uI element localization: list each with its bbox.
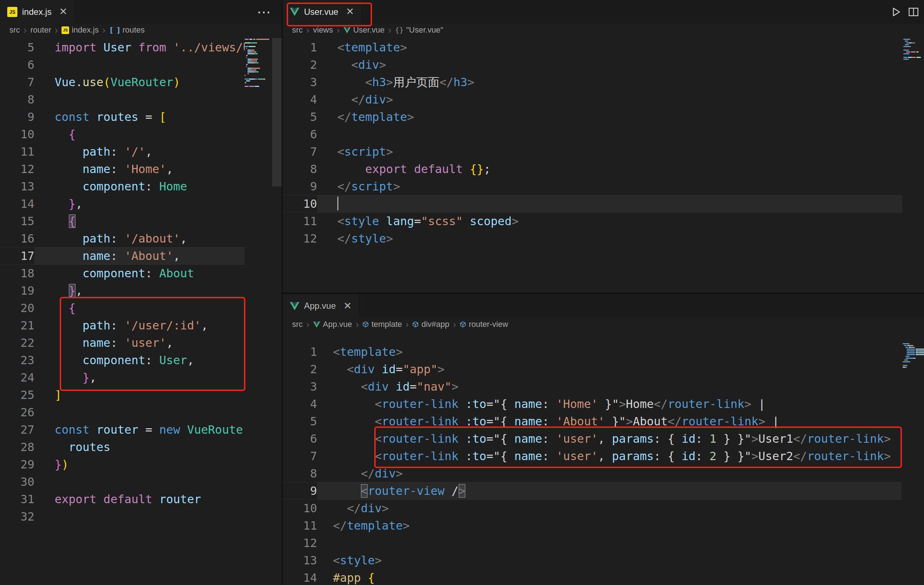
code-line[interactable]: 2 <div id="app"> — [283, 360, 902, 378]
breadcrumb-item[interactable]: src — [292, 25, 303, 35]
breadcrumb-item[interactable]: src — [10, 25, 20, 35]
code-line[interactable]: 32 — [0, 508, 245, 525]
line-number[interactable]: 11 — [0, 143, 35, 160]
code-line[interactable]: 9 <router-view /> — [283, 482, 902, 499]
close-tab-icon[interactable]: ✕ — [346, 7, 354, 17]
line-number[interactable]: 28 — [0, 438, 35, 456]
code-line[interactable]: 14#app { — [283, 569, 902, 585]
line-number[interactable]: 14 — [283, 569, 317, 585]
code-line[interactable]: 7Vue.use(VueRouter) — [0, 73, 245, 91]
code-line[interactable]: 2 <div> — [283, 56, 902, 73]
line-number[interactable]: 17 — [0, 247, 35, 264]
line-number[interactable]: 3 — [283, 73, 317, 91]
breadcrumb-item[interactable]: src — [292, 320, 303, 329]
code-line[interactable]: 3 <div id="nav"> — [283, 378, 902, 395]
line-number[interactable]: 2 — [283, 56, 317, 73]
scrollbar-thumb[interactable] — [272, 38, 282, 187]
line-number[interactable]: 9 — [283, 482, 317, 499]
line-number[interactable]: 5 — [283, 413, 317, 430]
code-line[interactable]: 20 { — [0, 299, 245, 317]
code-line[interactable]: 6 <router-link :to="{ name: 'user', para… — [283, 430, 902, 448]
line-number[interactable]: 12 — [283, 534, 317, 552]
code-line[interactable]: 11<style lang="scss" scoped> — [283, 213, 902, 230]
code-line[interactable]: 3 <h3>用户页面</h3> — [283, 73, 902, 91]
code-line[interactable]: 16 path: '/about', — [0, 230, 245, 247]
code-line[interactable]: 30 — [0, 473, 245, 491]
line-number[interactable]: 11 — [283, 517, 317, 534]
line-number[interactable]: 13 — [0, 178, 35, 195]
breadcrumb-item[interactable]: User.vue — [343, 25, 385, 35]
line-number[interactable]: 10 — [283, 195, 317, 213]
code-line[interactable]: 5 <router-link :to="{ name: 'About' }">A… — [283, 413, 902, 430]
code-line[interactable]: 10 { — [0, 126, 245, 143]
line-number[interactable]: 32 — [0, 508, 35, 525]
code-line[interactable]: 25] — [0, 386, 245, 404]
line-number[interactable]: 7 — [283, 448, 317, 465]
line-number[interactable]: 2 — [283, 360, 317, 378]
code-line[interactable]: 29}) — [0, 456, 245, 473]
code-line[interactable]: 5import User from '../views/User.vue' — [0, 39, 245, 56]
line-number[interactable]: 6 — [283, 126, 317, 143]
code-line[interactable]: 4 </div> — [283, 91, 902, 108]
more-actions-button[interactable]: ⋯ — [257, 0, 271, 23]
code-line[interactable]: 31export default router — [0, 491, 245, 508]
code-line[interactable]: 6 — [0, 56, 245, 73]
code-line[interactable]: 9const routes = [ — [0, 108, 245, 126]
line-number[interactable]: 19 — [0, 282, 35, 299]
line-number[interactable]: 16 — [0, 230, 35, 247]
line-number[interactable]: 15 — [0, 213, 35, 230]
breadcrumb-item[interactable]: App.vue — [313, 320, 352, 329]
code-line[interactable]: 13 component: Home — [0, 178, 245, 195]
line-number[interactable]: 12 — [283, 230, 317, 247]
line-number[interactable]: 10 — [283, 499, 317, 517]
line-number[interactable]: 9 — [0, 108, 35, 126]
breadcrumb-item[interactable]: router — [30, 25, 51, 35]
code-line[interactable]: 7<script> — [283, 143, 902, 160]
code-line[interactable]: 18 component: About — [0, 264, 245, 282]
vertical-scrollbar[interactable] — [272, 36, 282, 585]
minimap[interactable] — [245, 36, 272, 585]
code-line[interactable]: 1<template> — [283, 343, 902, 360]
line-number[interactable]: 5 — [283, 108, 317, 126]
code-line[interactable]: 10 — [283, 195, 902, 213]
code-line[interactable]: 12</style> — [283, 230, 902, 247]
line-number[interactable]: 8 — [0, 91, 35, 108]
code-line[interactable]: 15 { — [0, 213, 245, 230]
breadcrumb-item[interactable]: views — [313, 25, 333, 35]
code-editor-uservue[interactable]: 1<template>2 <div>3 <h3>用户页面</h3>4 </div… — [283, 36, 902, 292]
code-line[interactable]: 28 routes — [0, 438, 245, 456]
line-number[interactable]: 26 — [0, 404, 35, 421]
breadcrumb-item[interactable]: [ ] routes — [109, 25, 144, 35]
line-number[interactable]: 22 — [0, 334, 35, 352]
line-number[interactable]: 30 — [0, 473, 35, 491]
line-number[interactable]: 6 — [0, 56, 35, 73]
code-line[interactable]: 10 </div> — [283, 499, 902, 517]
line-number[interactable]: 10 — [0, 126, 35, 143]
code-line[interactable]: 11</template> — [283, 517, 902, 534]
breadcrumb-item[interactable]: div#app — [412, 320, 449, 329]
code-line[interactable]: 8 — [0, 91, 245, 108]
code-line[interactable]: 12 — [283, 534, 902, 552]
line-number[interactable]: 8 — [283, 160, 317, 178]
breadcrumb-item[interactable]: JS index.js — [61, 25, 99, 35]
code-line[interactable]: 27const router = new VueRouter({ — [0, 421, 245, 438]
line-number[interactable]: 9 — [283, 178, 317, 195]
line-number[interactable]: 12 — [0, 160, 35, 178]
code-line[interactable]: 1<template> — [283, 39, 902, 56]
tab-uservue[interactable]: User.vue ✕ — [283, 0, 361, 23]
code-line[interactable]: 21 path: '/user/:id', — [0, 317, 245, 334]
line-number[interactable]: 7 — [0, 73, 35, 91]
line-number[interactable]: 23 — [0, 352, 35, 369]
line-number[interactable]: 14 — [0, 195, 35, 213]
line-number[interactable]: 27 — [0, 421, 35, 438]
code-line[interactable]: 4 <router-link :to="{ name: 'Home' }">Ho… — [283, 395, 902, 413]
code-editor-indexjs[interactable]: 5import User from '../views/User.vue'67V… — [0, 36, 245, 585]
line-number[interactable]: 21 — [0, 317, 35, 334]
line-number[interactable]: 18 — [0, 264, 35, 282]
line-number[interactable]: 11 — [283, 213, 317, 230]
line-number[interactable]: 1 — [283, 343, 317, 360]
line-number[interactable]: 13 — [283, 552, 317, 569]
code-line[interactable]: 19 }, — [0, 282, 245, 299]
close-tab-icon[interactable]: ✕ — [343, 301, 352, 311]
code-line[interactable]: 26 — [0, 404, 245, 421]
